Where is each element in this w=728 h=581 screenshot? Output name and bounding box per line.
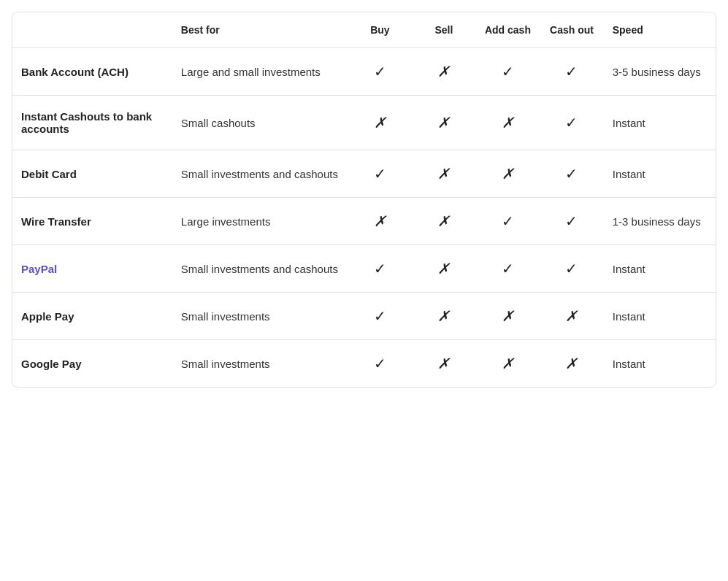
cell-cashout: ✓ <box>540 198 604 245</box>
cell-cashout: ✓ <box>540 150 604 198</box>
check-icon: ✓ <box>565 64 578 80</box>
header-addcash: Add cash <box>476 12 540 48</box>
check-icon: ✓ <box>374 64 386 80</box>
cell-bestfor: Large and small investments <box>172 48 348 96</box>
cell-addcash: ✓ <box>476 245 540 293</box>
cell-cashout: ✗ <box>540 293 604 340</box>
cell-method: Wire Transfer <box>12 198 172 245</box>
cross-icon: ✗ <box>437 308 450 324</box>
table-row: Debit CardSmall investments and cashouts… <box>12 150 716 198</box>
cell-method: PayPal <box>12 245 172 293</box>
cell-method: Apple Pay <box>12 293 172 340</box>
table-row: PayPalSmall investments and cashouts✓✗✓✓… <box>12 245 716 293</box>
cross-icon: ✗ <box>374 115 386 131</box>
table-row: Bank Account (ACH)Large and small invest… <box>12 48 716 96</box>
cell-buy: ✗ <box>348 96 413 150</box>
cell-buy: ✓ <box>348 245 413 293</box>
cell-bestfor: Large investments <box>172 198 348 245</box>
cell-bestfor: Small investments and cashouts <box>172 150 348 198</box>
cell-buy: ✓ <box>348 293 413 340</box>
table-row: Wire TransferLarge investments✗✗✓✓1-3 bu… <box>12 198 716 245</box>
cell-cashout: ✓ <box>540 245 604 293</box>
cell-sell: ✗ <box>412 96 476 150</box>
check-icon: ✓ <box>502 261 514 277</box>
header-bestfor: Best for <box>172 12 348 48</box>
check-icon: ✓ <box>565 261 578 277</box>
cross-icon: ✗ <box>437 213 450 229</box>
cell-cashout: ✓ <box>540 48 604 96</box>
check-icon: ✓ <box>502 64 514 80</box>
table-header-row: Best for Buy Sell Add cash Cash out Spee… <box>12 12 716 48</box>
check-icon: ✓ <box>374 261 386 277</box>
cell-cashout: ✗ <box>540 340 604 388</box>
check-icon: ✓ <box>374 166 386 182</box>
check-icon: ✓ <box>374 355 386 372</box>
header-sell: Sell <box>412 12 476 48</box>
cell-speed: Instant <box>604 340 716 388</box>
cell-bestfor: Small investments and cashouts <box>172 245 348 293</box>
header-speed: Speed <box>604 12 716 48</box>
cell-addcash: ✗ <box>476 96 540 150</box>
cross-icon: ✗ <box>437 261 450 277</box>
cell-method: Instant Cashouts to bank accounts <box>12 96 172 150</box>
header-cashout: Cash out <box>540 12 604 48</box>
method-link[interactable]: PayPal <box>21 263 57 275</box>
cell-speed: 3-5 business days <box>604 48 716 96</box>
cell-sell: ✗ <box>412 198 476 245</box>
cell-sell: ✗ <box>412 245 476 293</box>
cell-bestfor: Small cashouts <box>172 96 348 150</box>
cell-speed: 1-3 business days <box>604 198 716 245</box>
cross-icon: ✗ <box>502 308 514 324</box>
check-icon: ✓ <box>565 213 578 229</box>
cross-icon: ✗ <box>437 115 450 131</box>
cell-addcash: ✗ <box>476 340 540 388</box>
check-icon: ✓ <box>565 166 578 182</box>
cell-sell: ✗ <box>412 293 476 340</box>
cross-icon: ✗ <box>502 166 514 182</box>
header-method <box>12 12 172 48</box>
cross-icon: ✗ <box>502 355 514 372</box>
cell-sell: ✗ <box>412 340 476 388</box>
table-row: Google PaySmall investments✓✗✗✗Instant <box>12 340 716 388</box>
cell-cashout: ✓ <box>540 96 604 150</box>
cell-sell: ✗ <box>412 48 476 96</box>
cell-addcash: ✗ <box>476 150 540 198</box>
cross-icon: ✗ <box>437 166 450 182</box>
cell-method: Debit Card <box>12 150 172 198</box>
comparison-table: Best for Buy Sell Add cash Cash out Spee… <box>12 12 716 388</box>
cross-icon: ✗ <box>437 64 450 80</box>
cell-buy: ✓ <box>348 340 413 388</box>
cell-addcash: ✗ <box>476 293 540 340</box>
cell-speed: Instant <box>604 96 716 150</box>
table-row: Apple PaySmall investments✓✗✗✗Instant <box>12 293 716 340</box>
check-icon: ✓ <box>502 213 514 229</box>
cross-icon: ✗ <box>565 355 578 372</box>
cell-speed: Instant <box>604 293 716 340</box>
cell-buy: ✓ <box>348 150 413 198</box>
cell-addcash: ✓ <box>476 198 540 245</box>
cell-method: Bank Account (ACH) <box>12 48 172 96</box>
cell-bestfor: Small investments <box>172 293 348 340</box>
cell-sell: ✗ <box>412 150 476 198</box>
cross-icon: ✗ <box>502 115 514 131</box>
cross-icon: ✗ <box>374 213 386 229</box>
table-row: Instant Cashouts to bank accountsSmall c… <box>12 96 716 150</box>
cell-bestfor: Small investments <box>172 340 348 388</box>
cross-icon: ✗ <box>565 308 578 324</box>
cross-icon: ✗ <box>437 355 450 372</box>
cell-speed: Instant <box>604 150 716 198</box>
cell-buy: ✗ <box>348 198 413 245</box>
header-buy: Buy <box>348 12 413 48</box>
check-icon: ✓ <box>565 115 578 131</box>
cell-buy: ✓ <box>348 48 413 96</box>
check-icon: ✓ <box>374 308 386 324</box>
cell-addcash: ✓ <box>476 48 540 96</box>
cell-method: Google Pay <box>12 340 172 388</box>
cell-speed: Instant <box>604 245 716 293</box>
